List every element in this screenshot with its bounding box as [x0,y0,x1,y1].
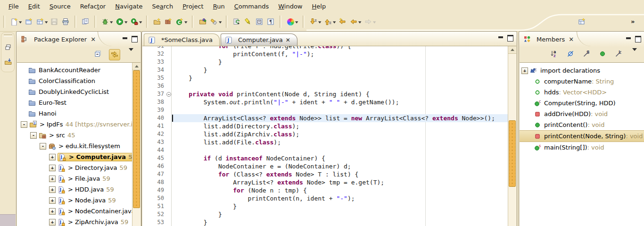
code-text[interactable]: ArrayList<? extends Node> tmp = e.get(T)… [171,178,508,186]
tree-item-file-java[interactable]: +J> File.java59 [17,173,140,184]
tree-item-src[interactable]: -> src45 [17,130,140,141]
dropdown-arrow-icon[interactable]: ▼ [358,20,361,24]
sort-button[interactable]: az [549,50,560,60]
member-item-printcontent-[interactable]: printContent() : void [520,119,644,130]
code-line-36[interactable]: 36 [142,82,508,90]
member-item-computername[interactable]: computerName : String [520,76,644,87]
run-button[interactable]: ▼ [114,16,129,28]
code-text[interactable]: } [171,58,508,66]
tree-expander-icon[interactable]: - [40,143,46,150]
close-icon[interactable]: ✕ [286,37,290,43]
code-line-52[interactable]: 52 } [142,210,508,218]
dropdown-arrow-icon[interactable]: ▼ [45,20,48,24]
run-task-button[interactable] [231,16,242,28]
fold-collapse-icon[interactable] [166,92,171,97]
tree-item-hanoi[interactable]: Hanoi [17,108,140,119]
code-line-43[interactable]: 43 list.add(File.class); [142,138,508,146]
dropdown-arrow-icon[interactable]: ▼ [373,20,376,24]
hide-local-types-button[interactable]: L [613,50,624,60]
tree-expander-icon[interactable]: + [49,197,56,204]
new-view-button[interactable]: ▼ [34,16,49,28]
code-line-46[interactable]: 46 NodeContainer e = (NodeContainer) d; [142,162,508,170]
link-with-editor-button[interactable] [109,49,120,60]
code-line-40[interactable]: 40 ArrayList<Class<? extends Node>> list… [142,114,508,122]
new-button[interactable]: ▼ [8,16,23,28]
scroll-up-arrow[interactable] [132,63,140,70]
code-line-42[interactable]: 42 list.add(ZipArchiv.class); [142,130,508,138]
toolbar-overflow-chevron[interactable]: » [631,18,634,25]
tree-item-edu-kit-filesystem[interactable]: -> edu.kit.filesystem [17,141,140,151]
last-edit-location-button[interactable] [337,16,348,28]
code-line-34[interactable]: 34 } [142,66,508,74]
print-button[interactable] [60,16,71,28]
member-item-hdds[interactable]: hdds : Vector<HDD> [520,87,644,98]
tree-item-node-java[interactable]: +J> Node.java59 [17,195,140,206]
minimize-icon[interactable] [626,37,631,39]
tree-expander-icon[interactable]: + [49,165,56,171]
view-menu-button[interactable] [629,50,640,60]
dropdown-arrow-icon[interactable]: ▼ [318,20,321,24]
members-tab[interactable]: Members ✕ [519,32,578,47]
editor-scrollbar[interactable] [508,46,516,226]
editor-tab-someclass[interactable]: J *SomeClass.java [144,33,220,46]
mark-occurrences-button[interactable] [242,16,254,28]
restore-views-button[interactable] [4,43,12,52]
menu-refactor[interactable]: Refactor [75,1,111,11]
back-button[interactable]: ▼ [348,16,363,28]
code-text[interactable]: NodeContainer e = (NodeContainer) d; [171,162,508,170]
maximize-icon[interactable] [635,36,641,42]
maximize-icon[interactable] [507,35,513,42]
new-window-button[interactable] [23,16,34,28]
code-line-53[interactable]: 53 } [142,218,508,226]
dropdown-arrow-icon[interactable]: ▼ [110,20,113,24]
code-text[interactable]: list.add(Directory.class); [171,122,508,130]
member-item-adddrive-hdd-[interactable]: addDrive(HDD) : void [520,109,644,119]
code-text[interactable] [171,106,508,114]
debug-button[interactable]: ▼ [99,16,114,28]
code-line-48[interactable]: 48 ArrayList<? extends Node> tmp = e.get… [142,178,508,186]
package-explorer-scrollbar[interactable] [132,63,140,226]
tree-expander-icon[interactable]: + [521,67,528,74]
code-text[interactable] [171,146,508,154]
dropdown-arrow-icon[interactable]: ▼ [124,20,127,24]
tree-item-euro-test[interactable]: Euro-Test [17,97,140,108]
tree-item-ziparchiv-java[interactable]: +J> ZipArchiv.java59 [17,217,140,226]
code-editor[interactable]: 31 for (File f : hdd.get(File.class)) {3… [142,46,516,226]
code-line-37[interactable]: 37 private void printContent(Node d, Str… [142,90,508,98]
code-text[interactable]: list.add(File.class); [171,138,508,146]
code-text[interactable]: } [171,74,508,82]
code-line-33[interactable]: 33 } [142,58,508,66]
scrollbar-thumb[interactable] [509,120,516,187]
code-line-35[interactable]: 35 } [142,74,508,82]
scroll-up-arrow[interactable] [508,46,516,54]
tree-item-nodecontainer-java[interactable]: +J> NodeContainer.java [17,206,140,217]
editor-tab-computer[interactable]: J Computer.java ✕ [221,33,297,46]
tree-item-hdd-java[interactable]: +J> HDD.java59 [17,184,140,195]
tree-item-colorclassification[interactable]: ColorClassification [17,75,140,86]
code-text[interactable]: if (d instanceof NodeContainer) { [171,154,508,162]
minimize-icon[interactable] [498,36,503,38]
tree-item-directory-java[interactable]: +J> Directory.java59 [17,162,140,173]
code-text[interactable]: list.add(ZipArchiv.class); [171,130,508,138]
tree-expander-icon[interactable]: + [49,154,56,160]
code-line-50[interactable]: 50 printContent(n, ident + "-"); [142,194,508,202]
hide-fields-button[interactable] [565,50,576,60]
code-line-49[interactable]: 49 for (Node n : tmp) { [142,186,508,194]
menu-commands[interactable]: Commands [230,1,274,11]
show-source-button[interactable] [254,16,265,28]
code-line-47[interactable]: 47 for (Class<? extends Node> T : list) … [142,170,508,178]
package-explorer-tab[interactable]: Package Explorer ✕ [17,32,99,47]
new-class-button[interactable]: C▼ [174,16,189,28]
code-text[interactable]: private void printContent(Node d, String… [171,90,508,98]
menu-search[interactable]: Search [148,1,178,11]
member-item-main-string-[interactable]: smain(String[]) : void [520,142,644,153]
menu-source[interactable]: Source [45,1,75,11]
close-icon[interactable]: ✕ [569,36,574,43]
code-text[interactable]: } [171,210,508,218]
code-line-31[interactable]: 31 for (File f : hdd.get(File.class)) { [142,46,508,50]
next-annotation-button[interactable]: ▼ [308,16,322,28]
new-fastview-button[interactable] [576,16,587,28]
new-package-button[interactable] [163,16,174,28]
code-text[interactable]: for (File f : hdd.get(File.class)) { [171,46,508,50]
tree-expander-icon[interactable]: - [21,121,27,128]
